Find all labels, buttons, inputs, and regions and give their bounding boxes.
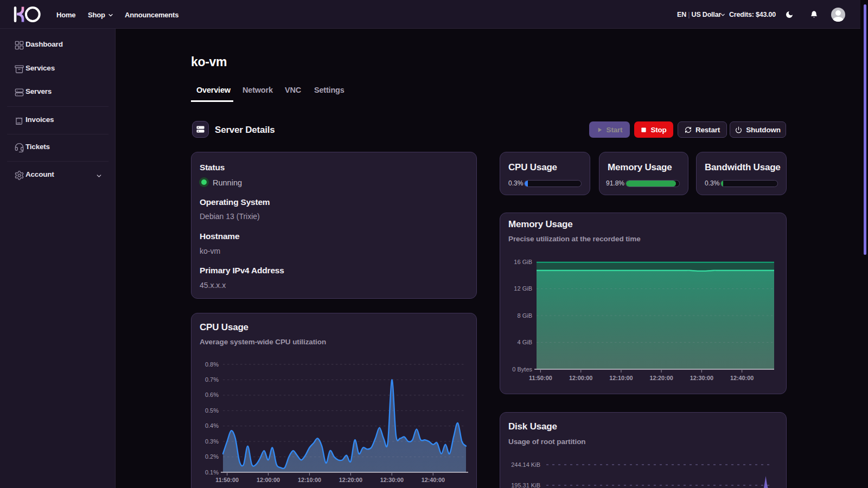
svg-text:12:00:00: 12:00:00	[257, 477, 280, 483]
svg-text:0.5%: 0.5%	[205, 407, 219, 414]
svg-text:11:50:00: 11:50:00	[529, 375, 552, 381]
svg-text:16 GiB: 16 GiB	[514, 259, 532, 265]
svg-text:12:40:00: 12:40:00	[730, 375, 754, 381]
svg-text:12:10:00: 12:10:00	[609, 375, 633, 381]
svg-text:11:50:00: 11:50:00	[215, 477, 239, 483]
svg-text:12:20:00: 12:20:00	[649, 375, 673, 381]
svg-text:0.8%: 0.8%	[205, 361, 219, 368]
svg-text:0.2%: 0.2%	[205, 453, 219, 460]
svg-text:195.31 KiB: 195.31 KiB	[511, 482, 540, 488]
svg-text:0.4%: 0.4%	[205, 422, 219, 429]
svg-text:8 GiB: 8 GiB	[517, 312, 532, 319]
svg-text:4 GiB: 4 GiB	[517, 339, 532, 345]
svg-text:12:10:00: 12:10:00	[298, 477, 321, 483]
svg-text:12:30:00: 12:30:00	[690, 375, 713, 381]
svg-text:12:00:00: 12:00:00	[569, 375, 592, 381]
svg-text:244.14 KiB: 244.14 KiB	[511, 461, 540, 468]
svg-text:12:30:00: 12:30:00	[380, 477, 404, 483]
svg-text:0.7%: 0.7%	[205, 376, 219, 383]
svg-text:0.6%: 0.6%	[205, 391, 219, 398]
svg-text:0.1%: 0.1%	[205, 469, 219, 476]
svg-text:12 GiB: 12 GiB	[514, 285, 532, 292]
svg-text:12:40:00: 12:40:00	[422, 477, 445, 483]
svg-text:12:20:00: 12:20:00	[339, 477, 362, 483]
svg-text:0 Bytes: 0 Bytes	[512, 366, 532, 373]
svg-text:0.3%: 0.3%	[205, 438, 219, 445]
